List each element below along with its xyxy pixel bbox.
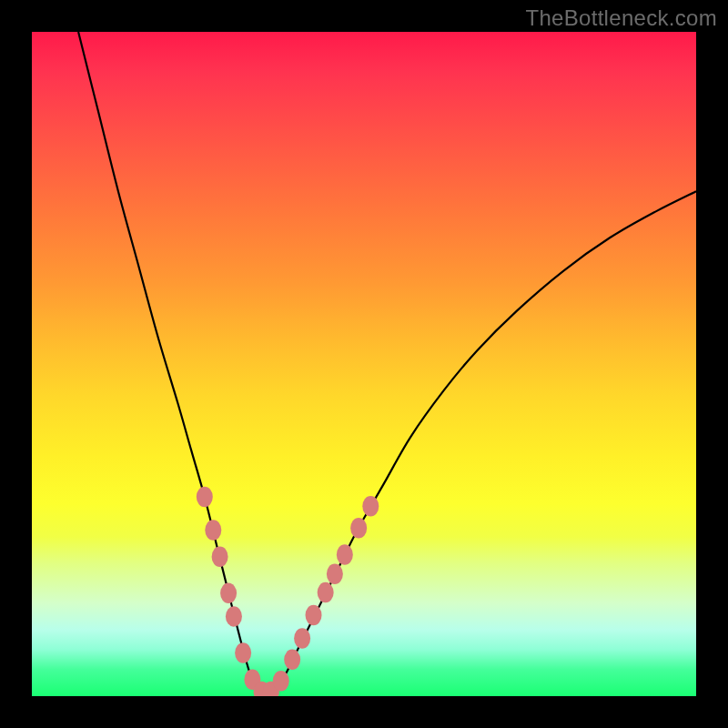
marker-group	[197, 487, 379, 696]
data-marker	[212, 546, 228, 567]
data-marker	[327, 563, 343, 584]
data-marker	[197, 487, 213, 508]
data-marker	[294, 628, 310, 649]
data-marker	[235, 642, 251, 663]
data-marker	[220, 583, 237, 604]
bottleneck-curve	[78, 32, 696, 695]
data-marker	[350, 518, 367, 539]
chart-svg	[32, 32, 696, 696]
data-marker	[284, 650, 300, 671]
plot-area	[32, 32, 696, 696]
data-marker	[273, 671, 289, 692]
data-marker	[337, 544, 353, 565]
data-marker	[362, 496, 379, 517]
watermark-text: TheBottleneck.com	[525, 5, 717, 31]
data-marker	[318, 582, 334, 603]
data-marker	[205, 520, 221, 541]
data-marker	[306, 605, 322, 626]
data-marker	[226, 606, 242, 627]
